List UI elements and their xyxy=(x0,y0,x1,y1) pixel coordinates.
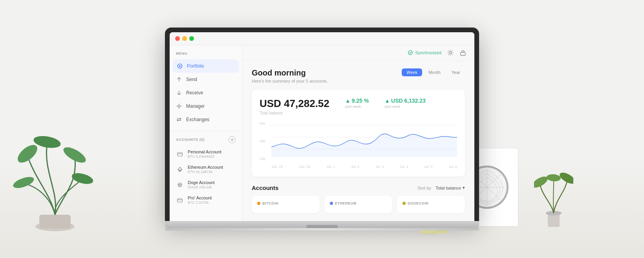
maximize-button[interactable] xyxy=(189,36,194,41)
plant-left xyxy=(12,85,98,234)
dogecoin-label: DOGECOIN xyxy=(402,201,459,205)
manager-label: Manager xyxy=(186,103,205,109)
exchanges-label: Exchanges xyxy=(186,117,209,122)
main-content: Synchronized xyxy=(242,45,474,221)
account-card-ethereum[interactable]: ETHEREUM xyxy=(324,196,392,213)
window-controls xyxy=(170,32,474,45)
svg-marker-12 xyxy=(178,170,182,172)
doge-account-name: Doge Account xyxy=(188,180,236,185)
doge-account-sub: DOGE 236.236 xyxy=(188,185,236,189)
ethereum-account-icon xyxy=(176,166,184,173)
receive-icon xyxy=(176,90,182,96)
y-label-20k: 20k xyxy=(260,157,265,161)
stat-usd-label: past week xyxy=(384,105,426,109)
manager-icon xyxy=(176,103,182,109)
svg-point-25 xyxy=(546,173,561,182)
ethereum-account-info: Ethereum Account ETH 32.168726 xyxy=(188,165,236,174)
account-item-personal[interactable]: Personal Account BTC 5.23644532 xyxy=(170,146,242,162)
y-label-60k: 60k xyxy=(260,122,265,125)
svg-point-15 xyxy=(408,51,413,55)
account-item-doge[interactable]: Doge Account DOGE 236.236 xyxy=(170,177,242,192)
doge-account-info: Doge Account DOGE 236.236 xyxy=(188,180,236,189)
stat-percent-value: ▲ 9.25 % xyxy=(345,98,369,104)
laptop-base xyxy=(165,221,479,228)
send-icon xyxy=(176,76,182,83)
lock-icon[interactable] xyxy=(459,49,467,56)
sidebar-divider xyxy=(170,131,242,131)
dashboard: Good morning Here's the summary of your … xyxy=(242,61,474,221)
bitcoin-label: BITCOIN xyxy=(257,201,314,205)
time-tabs: Week Month Year xyxy=(402,68,465,76)
sidebar-item-send[interactable]: Send xyxy=(170,73,242,86)
settings-icon[interactable] xyxy=(447,49,454,56)
portfolio-label: Portfolio xyxy=(187,63,204,69)
portfolio-icon xyxy=(177,63,183,69)
menu-label: MENU xyxy=(170,52,242,59)
greeting-row: Good morning Here's the summary of your … xyxy=(252,68,465,83)
stat-percent-label: past week xyxy=(345,105,369,109)
sync-status: Synchronized xyxy=(408,50,441,55)
x-label-4: Jul. 3 xyxy=(375,165,384,169)
laptop-foot xyxy=(165,228,479,230)
sort-by-label: Sort by xyxy=(417,186,431,190)
sidebar-item-manager[interactable]: Manager xyxy=(170,100,242,113)
chart-x-labels: Jun. 29 Jun. 30 Jul. 1 Jul. 2 Jul. 3 Jul… xyxy=(271,165,457,169)
account-item-ethereum[interactable]: Ethereum Account ETH 32.168726 xyxy=(170,162,242,177)
greeting-section: Good morning Here's the summary of your … xyxy=(252,68,328,83)
x-label-0: Jun. 29 xyxy=(271,165,283,169)
svg-rect-1 xyxy=(39,215,71,229)
sidebar: MENU Portfolio xyxy=(170,45,242,221)
laptop-screen-outer: MENU Portfolio xyxy=(165,28,479,221)
accounts-section-header: Accounts Sort by Total balance ▾ xyxy=(252,184,465,191)
close-button[interactable] xyxy=(175,36,180,41)
bitcoin-dot xyxy=(257,202,260,205)
sync-label: Synchronized xyxy=(415,50,441,55)
x-label-3: Jul. 2 xyxy=(351,165,360,169)
svg-rect-17 xyxy=(461,52,465,55)
exchanges-icon xyxy=(176,116,182,123)
svg-point-6 xyxy=(12,175,35,190)
pro-account-name: Pro' Account xyxy=(188,195,236,200)
chart-header: USD 47,282.52 Total balance ▲ 9.25 % pas… xyxy=(260,98,457,115)
stat-usd-value: ▲ USD 6,132.23 xyxy=(384,98,426,104)
account-card-dogecoin[interactable]: DOGECOIN xyxy=(397,196,465,213)
pro-account-sub: BTC 2.15726 xyxy=(188,201,236,205)
minimize-button[interactable] xyxy=(182,36,187,41)
x-label-2: Jul. 1 xyxy=(326,165,335,169)
balance-amount: USD 47,282.52 xyxy=(260,98,329,110)
svg-rect-10 xyxy=(177,153,182,156)
x-label-1: Jun. 30 xyxy=(299,165,311,169)
accounts-section-title: Accounts xyxy=(252,184,278,191)
account-card-bitcoin[interactable]: BITCOIN xyxy=(252,196,320,213)
svg-point-9 xyxy=(178,105,180,107)
personal-account-icon xyxy=(176,150,184,158)
tab-year[interactable]: Year xyxy=(447,68,465,76)
personal-account-name: Personal Account xyxy=(188,149,236,154)
sort-button[interactable]: Sort by Total balance ▾ xyxy=(417,185,465,190)
sidebar-item-receive[interactable]: Receive xyxy=(170,86,242,100)
balance-label: Total balance xyxy=(260,111,329,115)
greeting-subtitle: Here's the summary of your 5 accounts. xyxy=(252,79,328,83)
chart-y-labels: 60k 40k 20k xyxy=(260,122,265,161)
pro-account-info: Pro' Account BTC 2.15726 xyxy=(188,195,236,205)
accounts-section-label: ACCOUNTS (5) xyxy=(176,138,205,142)
sidebar-item-portfolio[interactable]: Portfolio xyxy=(173,59,239,73)
tab-week[interactable]: Week xyxy=(402,68,422,76)
balance-section: USD 47,282.52 Total balance xyxy=(260,98,329,115)
greeting-title: Good morning xyxy=(252,68,328,77)
account-item-pro[interactable]: Pro' Account BTC 2.15726 xyxy=(170,192,242,208)
stat-percent: ▲ 9.25 % past week xyxy=(345,98,369,109)
pro-account-icon xyxy=(176,196,184,204)
chart-card: USD 47,282.52 Total balance ▲ 9.25 % pas… xyxy=(252,90,465,177)
laptop: MENU Portfolio xyxy=(165,28,479,230)
svg-rect-14 xyxy=(177,199,182,202)
sort-chevron: ▾ xyxy=(463,185,465,190)
x-label-7: Jul. 6 xyxy=(448,165,457,169)
add-account-button[interactable]: + xyxy=(229,136,236,143)
x-label-6: Jul. 5 xyxy=(424,165,433,169)
app-layout: MENU Portfolio xyxy=(170,45,474,221)
send-label: Send xyxy=(186,77,197,82)
sidebar-item-exchanges[interactable]: Exchanges xyxy=(170,113,242,126)
ethereum-label: ETHEREUM xyxy=(330,201,387,205)
tab-month[interactable]: Month xyxy=(424,68,445,76)
